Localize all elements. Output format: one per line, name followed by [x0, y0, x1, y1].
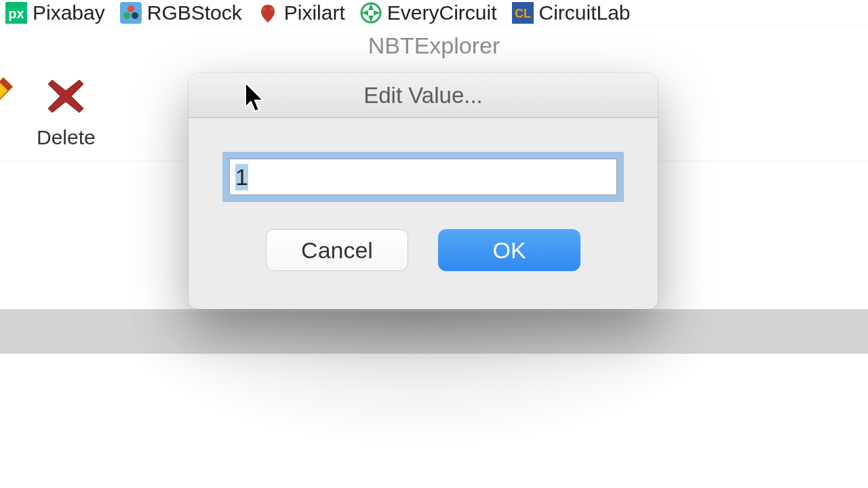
- svg-point-5: [132, 12, 138, 19]
- dialog-title-text: Edit Value...: [363, 83, 483, 108]
- bookmark-circuitlab[interactable]: CL CircuitLab: [512, 1, 631, 24]
- ok-button[interactable]: OK: [438, 229, 580, 271]
- circuitlab-icon: CL: [512, 2, 534, 24]
- svg-rect-2: [120, 2, 142, 24]
- svg-text:px: px: [8, 6, 24, 21]
- delete-button[interactable]: Delete: [37, 75, 96, 149]
- bookmark-pixilart[interactable]: Pixilart: [257, 1, 345, 24]
- svg-text:CL: CL: [515, 7, 531, 20]
- pencil-icon: [0, 75, 16, 118]
- value-input[interactable]: [229, 159, 617, 195]
- bookmark-label: RGBStock: [147, 1, 242, 24]
- dialog-button-row: Cancel OK: [222, 229, 624, 271]
- delete-x-icon: [44, 75, 87, 118]
- bookmark-rgbstock[interactable]: RGBStock: [120, 1, 242, 24]
- svg-rect-6: [262, 7, 265, 10]
- rgbstock-icon: [120, 2, 142, 24]
- input-focus-ring: [222, 152, 624, 202]
- bookmark-label: EveryCircuit: [387, 1, 497, 24]
- edit-value-dialog: Edit Value... Cancel OK: [189, 73, 658, 309]
- window-title-text: NBTExplorer: [368, 33, 500, 59]
- edit-button[interactable]: it: [0, 75, 16, 149]
- pixabay-icon: px: [5, 2, 27, 24]
- cancel-button[interactable]: Cancel: [266, 229, 408, 271]
- bookmark-label: Pixabay: [33, 1, 105, 24]
- bookmark-label: CircuitLab: [539, 1, 631, 24]
- toolbar-delete-label: Delete: [37, 126, 96, 149]
- svg-point-3: [127, 5, 134, 12]
- bookmark-everycircuit[interactable]: EveryCircuit: [360, 1, 497, 24]
- dialog-titlebar[interactable]: Edit Value...: [189, 73, 658, 118]
- bookmark-pixabay[interactable]: px Pixabay: [5, 1, 105, 24]
- svg-point-4: [123, 12, 130, 19]
- pixilart-icon: [257, 2, 279, 24]
- bookmarks-bar: px Pixabay RGBStock Pixilart: [0, 0, 868, 26]
- everycircuit-icon: [360, 2, 382, 24]
- svg-rect-7: [271, 7, 273, 10]
- bookmark-label: Pixilart: [284, 1, 345, 24]
- dialog-body: Cancel OK: [189, 118, 658, 309]
- window-title: NBTExplorer: [0, 26, 868, 65]
- content-divider: [0, 309, 868, 354]
